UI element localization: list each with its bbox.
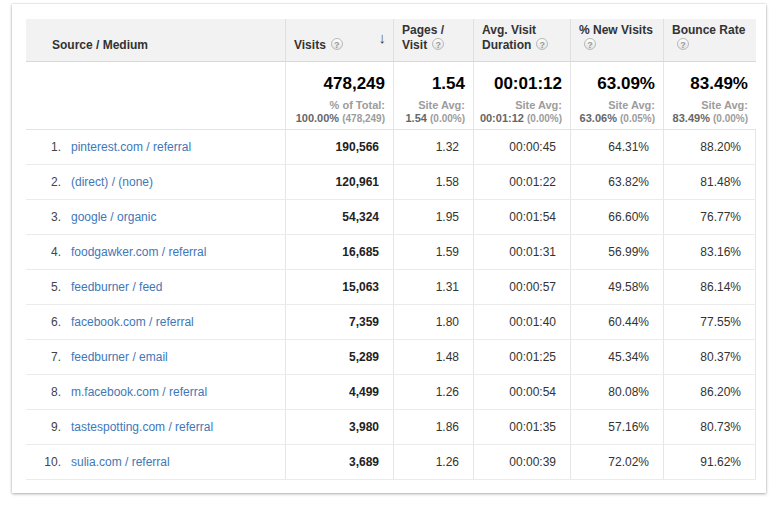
avg-visit-duration-cell: 00:01:54 (473, 200, 570, 234)
percent-new-visits-cell: 63.82% (570, 165, 663, 199)
percent-new-visits-cell: 49.58% (570, 270, 663, 304)
source-medium-link[interactable]: google / organic (71, 210, 156, 224)
pages-per-visit-cell: 1.26 (393, 445, 473, 479)
help-icon[interactable]: ? (536, 38, 548, 50)
source-medium-link[interactable]: (direct) / (none) (71, 175, 153, 189)
bounce-rate-cell: 77.55% (663, 305, 756, 339)
help-icon[interactable]: ? (677, 38, 689, 50)
avg-visit-duration-cell: 00:00:45 (473, 130, 570, 164)
percent-new-visits-cell: 57.16% (570, 410, 663, 444)
table-row: 5.feedburner / feed 15,063 1.31 00:00:57… (26, 270, 756, 305)
source-medium-link[interactable]: facebook.com / referral (71, 315, 194, 329)
visits-cell: 3,980 (285, 410, 393, 444)
column-header-visits[interactable]: Visits? ↓ (285, 19, 393, 61)
visits-cell: 15,063 (285, 270, 393, 304)
column-label-bounce-rate: Bounce Rate (672, 23, 745, 37)
bounce-rate-cell: 76.77% (663, 200, 756, 234)
analytics-report-page: Source / Medium Visits? ↓ Pages / Visit? (12, 4, 766, 493)
source-medium-cell: 8.m.facebook.com / referral (26, 375, 285, 409)
summary-pages-sub: Site Avg: 1.54 (0.00%) (394, 99, 465, 125)
column-header-source-medium[interactable]: Source / Medium (26, 19, 285, 61)
avg-visit-duration-cell: 00:01:31 (473, 235, 570, 269)
bounce-rate-cell: 88.20% (663, 130, 756, 164)
avg-visit-duration-cell: 00:00:39 (473, 445, 570, 479)
visits-cell: 54,324 (285, 200, 393, 234)
row-rank: 8. (34, 375, 61, 409)
visits-cell: 4,499 (285, 375, 393, 409)
bounce-rate-cell: 81.48% (663, 165, 756, 199)
source-medium-cell: 10.sulia.com / referral (26, 445, 285, 479)
summary-duration-sub: Site Avg: 00:01:12 (0.00%) (474, 99, 562, 125)
source-medium-cell: 1.pinterest.com / referral (26, 130, 285, 164)
source-medium-cell: 9.tastespotting.com / referral (26, 410, 285, 444)
help-icon[interactable]: ? (331, 38, 343, 50)
table-row: 7.feedburner / email 5,289 1.48 00:01:25… (26, 340, 756, 375)
summary-empty-cell (26, 62, 285, 129)
help-icon[interactable]: ? (432, 38, 444, 50)
column-header-avg-visit-duration[interactable]: Avg. Visit Duration? (473, 19, 570, 61)
column-header-bounce-rate[interactable]: Bounce Rate? (663, 19, 756, 61)
screenshot-stage: Source / Medium Visits? ↓ Pages / Visit? (0, 0, 774, 526)
table-row: 2.(direct) / (none) 120,961 1.58 00:01:2… (26, 165, 756, 200)
visits-cell: 5,289 (285, 340, 393, 374)
bounce-rate-cell: 86.20% (663, 375, 756, 409)
column-header-percent-new-visits[interactable]: % New Visits? (570, 19, 663, 61)
percent-new-visits-cell: 56.99% (570, 235, 663, 269)
summary-new-visits-value: 63.09% (571, 73, 655, 95)
pages-per-visit-cell: 1.48 (393, 340, 473, 374)
summary-bounce-value: 83.49% (664, 73, 748, 95)
column-header-pages-per-visit[interactable]: Pages / Visit? (393, 19, 473, 61)
percent-new-visits-cell: 72.02% (570, 445, 663, 479)
summary-avg-visit-duration: 00:01:12 Site Avg: 00:01:12 (0.00%) (473, 62, 570, 129)
source-medium-link[interactable]: sulia.com / referral (71, 455, 170, 469)
pages-per-visit-cell: 1.58 (393, 165, 473, 199)
pages-per-visit-cell: 1.59 (393, 235, 473, 269)
source-medium-link[interactable]: pinterest.com / referral (71, 140, 191, 154)
percent-new-visits-cell: 66.60% (570, 200, 663, 234)
row-rank: 1. (34, 130, 61, 164)
row-rank: 10. (34, 445, 61, 479)
summary-percent-new-visits: 63.09% Site Avg: 63.06% (0.05%) (570, 62, 663, 129)
pages-per-visit-cell: 1.80 (393, 305, 473, 339)
bounce-rate-cell: 83.16% (663, 235, 756, 269)
row-rank: 6. (34, 305, 61, 339)
sort-descending-icon: ↓ (379, 30, 387, 45)
table-header-row: Source / Medium Visits? ↓ Pages / Visit? (26, 19, 756, 62)
summary-bounce-rate: 83.49% Site Avg: 83.49% (0.00%) (663, 62, 756, 129)
column-label-percent-new-visits: % New Visits (579, 23, 653, 37)
table-row: 1.pinterest.com / referral 190,566 1.32 … (26, 130, 756, 165)
visits-cell: 190,566 (285, 130, 393, 164)
bounce-rate-cell: 80.37% (663, 340, 756, 374)
help-icon[interactable]: ? (584, 38, 596, 50)
source-medium-cell: 7.feedburner / email (26, 340, 285, 374)
visits-cell: 3,689 (285, 445, 393, 479)
visits-cell: 16,685 (285, 235, 393, 269)
summary-visits: 478,249 % of Total: 100.00% (478,249) (285, 62, 393, 129)
pages-per-visit-cell: 1.31 (393, 270, 473, 304)
source-medium-link[interactable]: feedburner / feed (71, 280, 162, 294)
table-body: 1.pinterest.com / referral 190,566 1.32 … (26, 130, 756, 480)
column-label-source-medium: Source / Medium (52, 38, 148, 52)
pages-per-visit-cell: 1.95 (393, 200, 473, 234)
summary-pages-value: 1.54 (394, 73, 465, 95)
source-medium-cell: 4.foodgawker.com / referral (26, 235, 285, 269)
source-medium-cell: 2.(direct) / (none) (26, 165, 285, 199)
source-medium-link[interactable]: m.facebook.com / referral (71, 385, 207, 399)
source-medium-link[interactable]: feedburner / email (71, 350, 168, 364)
pages-per-visit-cell: 1.26 (393, 375, 473, 409)
avg-visit-duration-cell: 00:01:22 (473, 165, 570, 199)
pages-per-visit-cell: 1.86 (393, 410, 473, 444)
source-medium-link[interactable]: foodgawker.com / referral (71, 245, 206, 259)
summary-pages-per-visit: 1.54 Site Avg: 1.54 (0.00%) (393, 62, 473, 129)
percent-new-visits-cell: 60.44% (570, 305, 663, 339)
bounce-rate-cell: 86.14% (663, 270, 756, 304)
summary-bounce-sub: Site Avg: 83.49% (0.00%) (664, 99, 748, 125)
source-medium-link[interactable]: tastespotting.com / referral (71, 420, 213, 434)
table-row: 6.facebook.com / referral 7,359 1.80 00:… (26, 305, 756, 340)
avg-visit-duration-cell: 00:00:57 (473, 270, 570, 304)
summary-new-visits-sub: Site Avg: 63.06% (0.05%) (571, 99, 655, 125)
percent-new-visits-cell: 64.31% (570, 130, 663, 164)
row-rank: 9. (34, 410, 61, 444)
pages-per-visit-cell: 1.32 (393, 130, 473, 164)
bounce-rate-cell: 80.73% (663, 410, 756, 444)
